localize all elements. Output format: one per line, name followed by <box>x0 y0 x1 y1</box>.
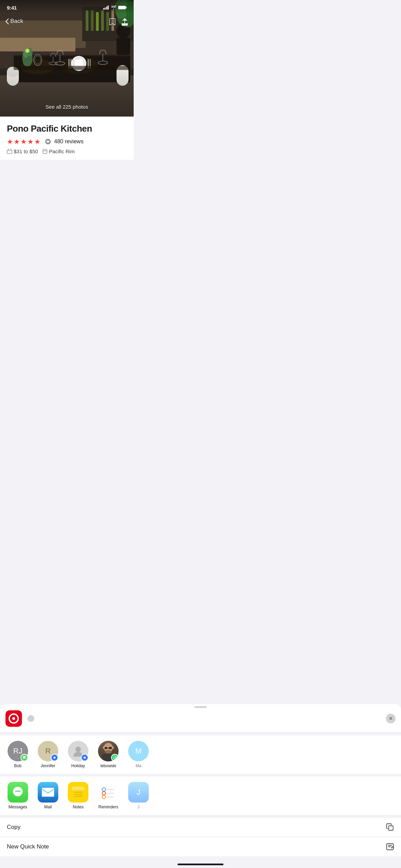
reviews-icon <box>45 138 51 145</box>
see-all-photos[interactable]: See all 225 photos <box>46 104 88 110</box>
price-range: $31 to $50 <box>14 148 38 154</box>
svg-rect-48 <box>126 7 127 9</box>
restaurant-name: Pono Pacific Kitchen <box>7 123 127 134</box>
share-icon[interactable] <box>121 18 128 26</box>
bookmark-icon[interactable] <box>109 18 116 26</box>
svg-rect-50 <box>7 150 12 154</box>
cuisine-type: Pacific Rim <box>49 148 75 154</box>
svg-rect-51 <box>43 149 47 154</box>
back-label: Back <box>10 18 23 25</box>
status-icons <box>103 5 127 10</box>
status-bar: 9:41 <box>0 0 134 15</box>
star-rating: ★ ★ ★ ★ ★ <box>7 137 40 146</box>
battery-icon <box>118 5 127 10</box>
wifi-icon <box>111 5 116 10</box>
svg-rect-49 <box>119 6 125 9</box>
cuisine-icon <box>42 149 48 154</box>
back-button[interactable]: Back <box>5 18 23 25</box>
top-right-buttons <box>109 18 128 26</box>
status-time: 9:41 <box>7 5 17 11</box>
restaurant-info: Pono Pacific Kitchen ★ ★ ★ ★ ★ 480 revie… <box>0 117 134 160</box>
rating-row: ★ ★ ★ ★ ★ 480 reviews <box>7 137 127 146</box>
signal-icon <box>103 5 109 10</box>
hero-image: 9:41 Back <box>0 0 134 117</box>
review-count: 480 reviews <box>54 138 83 145</box>
price-icon <box>7 149 12 154</box>
detail-row: $31 to $50 Pacific Rim <box>7 148 127 154</box>
